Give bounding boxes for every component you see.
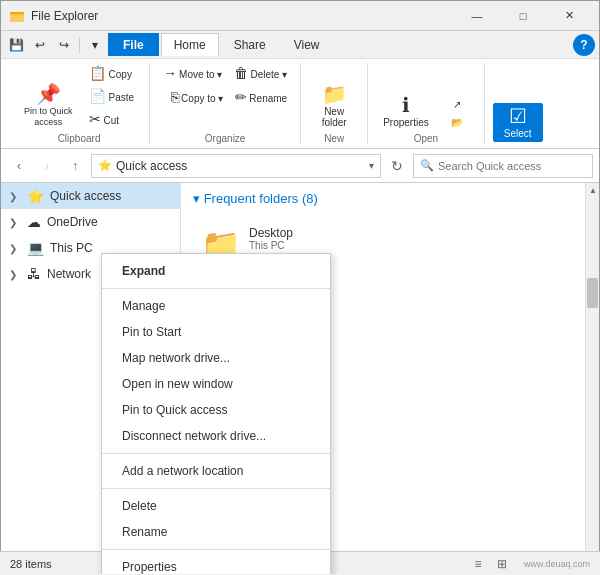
select-button[interactable]: ☑ Select <box>493 103 543 142</box>
tab-home[interactable]: Home <box>161 33 219 56</box>
onedrive-icon: ☁ <box>27 214 41 230</box>
forward-button[interactable]: › <box>35 154 59 178</box>
pin-icon: 📌 <box>36 84 61 104</box>
quick-access-toolbar: 💾 ↩ ↪ ▾ File Home Share View ? <box>1 31 599 59</box>
refresh-button[interactable]: ↻ <box>385 154 409 178</box>
delete-button[interactable]: 🗑 Delete ▾ <box>229 63 292 85</box>
title-bar: File Explorer — □ ✕ <box>1 1 599 31</box>
scroll-track <box>586 197 599 575</box>
ribbon-group-new: 📁 Newfolder New <box>301 63 368 144</box>
sidebar-onedrive-label: OneDrive <box>47 215 98 229</box>
sidebar-item-onedrive[interactable]: ❯ ☁ OneDrive <box>1 209 180 235</box>
context-menu-pin-quick-access[interactable]: Pin to Quick access <box>102 397 330 423</box>
open-loc-button[interactable]: 📂 <box>438 114 476 131</box>
ribbon-tabs: File Home Share View <box>108 33 571 56</box>
scroll-up-arrow[interactable]: ▲ <box>586 183 599 197</box>
scroll-thumb[interactable] <box>587 278 598 308</box>
qt-redo-button[interactable]: ↪ <box>53 35 75 55</box>
sidebar-item-quick-access[interactable]: ❯ ⭐ Quick access <box>1 183 180 209</box>
copy-button[interactable]: 📋 Copy <box>82 63 142 85</box>
context-menu-separator-4 <box>102 549 330 550</box>
context-menu-rename[interactable]: Rename <box>102 519 330 545</box>
copy-paste-group: 📋 Copy 📄 Paste ✂ Cut <box>82 63 142 131</box>
rename-label: Rename <box>249 93 287 104</box>
pin-label: Pin to Quickaccess <box>24 106 73 128</box>
context-menu-manage[interactable]: Manage <box>102 293 330 319</box>
cut-button[interactable]: ✂ Cut <box>82 109 142 131</box>
pin-to-quick-access-button[interactable]: 📌 Pin to Quickaccess <box>17 81 80 131</box>
tab-view[interactable]: View <box>281 33 333 56</box>
quick-access-icon: ⭐ <box>27 188 44 204</box>
context-menu-disconnect[interactable]: Disconnect network drive... <box>102 423 330 449</box>
search-box[interactable]: 🔍 <box>413 154 593 178</box>
address-box[interactable]: ⭐ Quick access ▾ <box>91 154 381 178</box>
context-menu-delete[interactable]: Delete <box>102 493 330 519</box>
rename-button[interactable]: ✏ Rename <box>230 87 292 109</box>
context-menu-open-new-window[interactable]: Open in new window <box>102 371 330 397</box>
context-menu-pin-start[interactable]: Pin to Start <box>102 319 330 345</box>
details-view-button[interactable]: ≡ <box>468 554 488 574</box>
frequent-folders-label: Frequent folders (8) <box>204 191 318 206</box>
move-to-label: Move to ▾ <box>179 69 222 80</box>
context-menu-add-network-location[interactable]: Add a network location <box>102 458 330 484</box>
search-icon: 🔍 <box>420 159 434 172</box>
move-to-button[interactable]: → Move to ▾ <box>158 63 227 85</box>
qt-dropdown-button[interactable]: ▾ <box>84 35 106 55</box>
new-folder-label: Newfolder <box>322 106 347 128</box>
close-button[interactable]: ✕ <box>547 3 591 29</box>
clipboard-buttons: 📌 Pin to Quickaccess 📋 Copy 📄 Paste ✂ Cu… <box>17 63 141 131</box>
folder-name: Desktop <box>249 226 293 240</box>
delete-icon: 🗑 <box>234 66 248 80</box>
select-icon: ☑ <box>509 106 527 126</box>
maximize-button[interactable]: □ <box>501 3 545 29</box>
qt-separator <box>79 37 80 53</box>
context-menu-map-network[interactable]: Map network drive... <box>102 345 330 371</box>
search-input[interactable] <box>438 160 586 172</box>
help-button[interactable]: ? <box>573 34 595 56</box>
minimize-button[interactable]: — <box>455 3 499 29</box>
new-folder-icon: 📁 <box>322 84 347 104</box>
copy-to-icon: ⎘ <box>171 90 179 104</box>
copy-to-button[interactable]: ⎘ Copy to ▾ <box>166 87 228 109</box>
main-area: ❯ ⭐ Quick access ❯ ☁ OneDrive ❯ 💻 This P… <box>1 183 599 575</box>
address-bar: ‹ › ↑ ⭐ Quick access ▾ ↻ 🔍 <box>1 149 599 183</box>
new-folder-button[interactable]: 📁 Newfolder <box>309 81 359 131</box>
up-button[interactable]: ↑ <box>63 154 87 178</box>
move-to-icon: → <box>163 66 177 80</box>
tab-share[interactable]: Share <box>221 33 279 56</box>
window-controls: — □ ✕ <box>455 3 591 29</box>
address-dropdown-icon: ▾ <box>369 160 374 171</box>
status-right: ≡ ⊞ www.deuaq.com <box>468 554 590 574</box>
qt-undo-button[interactable]: ↩ <box>29 35 51 55</box>
tab-file[interactable]: File <box>108 33 159 56</box>
network-icon: 🖧 <box>27 266 41 282</box>
properties-label: Properties <box>383 117 429 128</box>
context-menu-properties[interactable]: Properties <box>102 554 330 575</box>
copy-icon: 📋 <box>89 66 106 80</box>
context-menu: Expand Manage Pin to Start Map network d… <box>101 253 331 575</box>
context-menu-expand[interactable]: Expand <box>102 258 330 284</box>
back-button[interactable]: ‹ <box>7 154 31 178</box>
paste-button[interactable]: 📄 Paste <box>82 86 142 108</box>
properties-button[interactable]: ℹ Properties <box>376 92 436 131</box>
open-label: Open <box>414 133 438 144</box>
large-icons-view-button[interactable]: ⊞ <box>492 554 512 574</box>
frequent-folders-header: ▾ Frequent folders (8) <box>181 183 599 214</box>
cut-label: Cut <box>104 115 120 126</box>
window-title: File Explorer <box>31 9 455 23</box>
ribbon: 📌 Pin to Quickaccess 📋 Copy 📄 Paste ✂ Cu… <box>1 59 599 149</box>
organize-buttons: → Move to ▾ 🗑 Delete ▾ ⎘ Copy to ▾ ✏ Ren… <box>158 63 292 131</box>
cut-icon: ✂ <box>89 112 101 126</box>
rename-icon: ✏ <box>235 90 247 104</box>
organize-row1: → Move to ▾ 🗑 Delete ▾ <box>158 63 292 85</box>
delete-label: Delete ▾ <box>250 69 287 80</box>
qt-save-button[interactable]: 💾 <box>5 35 27 55</box>
scrollbar[interactable]: ▲ ▼ <box>585 183 599 575</box>
open-extra: ↗ 📂 <box>438 96 476 131</box>
chevron-this-pc-icon: ❯ <box>9 243 21 254</box>
context-menu-separator-3 <box>102 488 330 489</box>
open-item-button[interactable]: ↗ <box>438 96 476 113</box>
item-count: 28 items <box>10 558 52 570</box>
select-label: Select <box>504 128 532 139</box>
ribbon-group-select: ☑ Select <box>485 63 551 144</box>
